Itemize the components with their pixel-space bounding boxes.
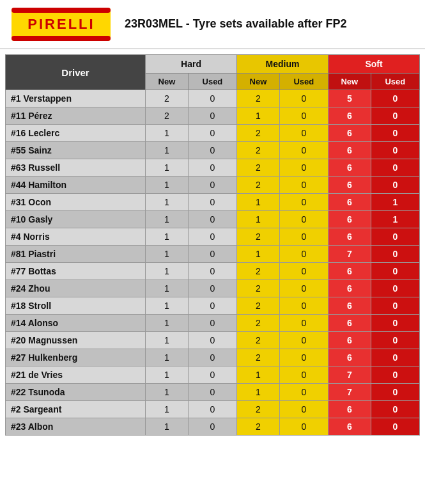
table-row: #4 Norris102060: [6, 228, 420, 246]
medium-new-cell: 2: [237, 315, 280, 332]
medium-new-cell: 2: [237, 418, 280, 436]
medium-new-cell: 2: [237, 228, 280, 246]
soft-used-header: Used: [371, 74, 419, 90]
driver-name-cell: #1 Verstappen: [6, 90, 146, 107]
medium-used-cell: 0: [279, 107, 328, 125]
table-row: #23 Albon102060: [6, 418, 420, 436]
soft-used-cell: 0: [371, 246, 419, 263]
hard-new-cell: 1: [146, 315, 189, 332]
hard-used-cell: 0: [188, 297, 236, 315]
driver-name-cell: #21 de Vries: [6, 366, 146, 384]
medium-used-cell: 0: [279, 418, 328, 436]
table-container: Driver Hard Medium Soft New Used New Use…: [0, 49, 425, 441]
hard-used-cell: 0: [188, 159, 236, 177]
medium-used-cell: 0: [279, 142, 328, 159]
soft-new-cell: 6: [328, 263, 371, 280]
medium-new-cell: 1: [237, 384, 280, 401]
driver-name-cell: #24 Zhou: [6, 280, 146, 297]
hard-new-cell: 2: [146, 107, 189, 125]
medium-new-cell: 2: [237, 125, 280, 142]
medium-used-cell: 0: [279, 263, 328, 280]
medium-new-cell: 2: [237, 332, 280, 349]
soft-used-cell: 0: [371, 332, 419, 349]
hard-new-cell: 1: [146, 349, 189, 366]
table-row: #1 Verstappen202050: [6, 90, 420, 107]
medium-new-cell: 2: [237, 280, 280, 297]
soft-used-cell: 0: [371, 228, 419, 246]
medium-used-cell: 0: [279, 349, 328, 366]
medium-used-cell: 0: [279, 177, 328, 194]
table-row: #18 Stroll102060: [6, 297, 420, 315]
driver-column-header: Driver: [6, 55, 146, 90]
soft-new-cell: 6: [328, 177, 371, 194]
hard-used-cell: 0: [188, 384, 236, 401]
hard-column-header: Hard: [146, 55, 237, 74]
soft-new-header: New: [328, 74, 371, 90]
table-row: #10 Gasly101061: [6, 211, 420, 228]
hard-new-cell: 1: [146, 332, 189, 349]
hard-new-cell: 1: [146, 297, 189, 315]
medium-new-cell: 1: [237, 246, 280, 263]
soft-new-cell: 5: [328, 90, 371, 107]
medium-used-header: Used: [279, 74, 328, 90]
medium-used-cell: 0: [279, 125, 328, 142]
hard-used-cell: 0: [188, 228, 236, 246]
tyre-table: Driver Hard Medium Soft New Used New Use…: [5, 54, 420, 436]
hard-new-cell: 1: [146, 177, 189, 194]
hard-used-cell: 0: [188, 246, 236, 263]
medium-used-cell: 0: [279, 246, 328, 263]
driver-name-cell: #44 Hamilton: [6, 177, 146, 194]
soft-new-cell: 6: [328, 315, 371, 332]
svg-rect-1: [12, 8, 111, 13]
soft-new-cell: 6: [328, 142, 371, 159]
hard-new-cell: 2: [146, 90, 189, 107]
table-row: #11 Pérez201060: [6, 107, 420, 125]
soft-new-cell: 6: [328, 349, 371, 366]
driver-name-cell: #10 Gasly: [6, 211, 146, 228]
medium-used-cell: 0: [279, 297, 328, 315]
soft-new-cell: 6: [328, 194, 371, 211]
soft-used-cell: 0: [371, 142, 419, 159]
soft-used-cell: 0: [371, 401, 419, 418]
driver-name-cell: #18 Stroll: [6, 297, 146, 315]
hard-new-cell: 1: [146, 159, 189, 177]
table-row: #24 Zhou102060: [6, 280, 420, 297]
medium-new-cell: 2: [237, 401, 280, 418]
driver-name-cell: #20 Magnussen: [6, 332, 146, 349]
medium-new-cell: 2: [237, 263, 280, 280]
page-title: 23R03MEL - Tyre sets available after FP2: [125, 17, 347, 31]
hard-used-cell: 0: [188, 177, 236, 194]
hard-new-cell: 1: [146, 246, 189, 263]
medium-new-cell: 1: [237, 366, 280, 384]
soft-used-cell: 0: [371, 177, 419, 194]
soft-new-cell: 6: [328, 280, 371, 297]
hard-used-cell: 0: [188, 90, 236, 107]
soft-used-cell: 0: [371, 349, 419, 366]
hard-new-cell: 1: [146, 280, 189, 297]
driver-name-cell: #4 Norris: [6, 228, 146, 246]
medium-new-cell: 1: [237, 107, 280, 125]
medium-used-cell: 0: [279, 90, 328, 107]
soft-new-cell: 6: [328, 297, 371, 315]
hard-used-cell: 0: [188, 211, 236, 228]
soft-new-cell: 6: [328, 228, 371, 246]
hard-used-cell: 0: [188, 263, 236, 280]
soft-used-cell: 0: [371, 90, 419, 107]
soft-new-cell: 7: [328, 384, 371, 401]
soft-new-cell: 7: [328, 246, 371, 263]
hard-new-cell: 1: [146, 384, 189, 401]
table-row: #81 Piastri101070: [6, 246, 420, 263]
hard-used-cell: 0: [188, 194, 236, 211]
hard-used-header: Used: [188, 74, 236, 90]
medium-used-cell: 0: [279, 228, 328, 246]
hard-new-cell: 1: [146, 125, 189, 142]
svg-rect-2: [12, 36, 111, 41]
table-row: #63 Russell102060: [6, 159, 420, 177]
driver-name-cell: #31 Ocon: [6, 194, 146, 211]
table-row: #21 de Vries101070: [6, 366, 420, 384]
soft-new-cell: 6: [328, 418, 371, 436]
medium-new-cell: 2: [237, 159, 280, 177]
table-row: #16 Leclerc102060: [6, 125, 420, 142]
medium-new-cell: 2: [237, 142, 280, 159]
medium-new-cell: 2: [237, 90, 280, 107]
